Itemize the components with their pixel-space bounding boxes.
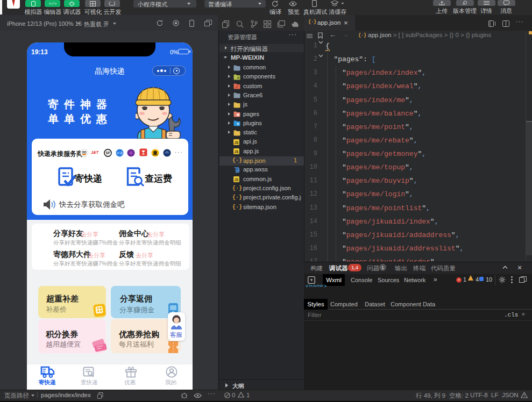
- svg-text:SF: SF: [105, 151, 110, 155]
- svg-text:JS: JS: [234, 141, 239, 145]
- svg-text:JS: JS: [234, 178, 239, 182]
- svg-text:中通: 中通: [117, 151, 123, 155]
- svg-text:JS: JS: [234, 150, 239, 154]
